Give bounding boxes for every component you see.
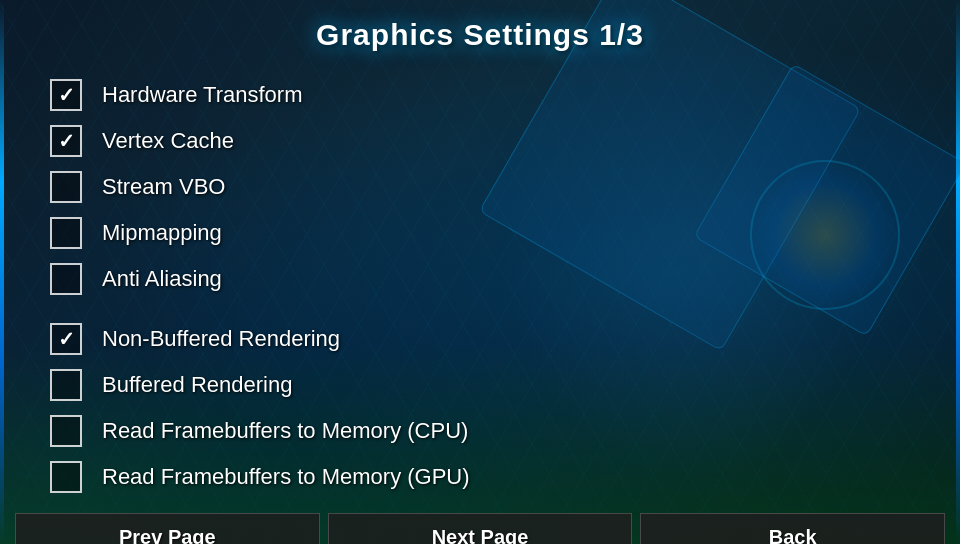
group-separator bbox=[50, 302, 930, 316]
bottom-bar: Prev Page Next Page Back bbox=[0, 505, 960, 544]
checkbox-hardware-transform[interactable] bbox=[50, 79, 82, 111]
label-mipmapping: Mipmapping bbox=[102, 220, 222, 246]
label-anti-aliasing: Anti Aliasing bbox=[102, 266, 222, 292]
setting-item-non-buffered-rendering[interactable]: Non-Buffered Rendering bbox=[50, 316, 930, 362]
label-non-buffered-rendering: Non-Buffered Rendering bbox=[102, 326, 340, 352]
label-read-framebuffers-gpu: Read Framebuffers to Memory (GPU) bbox=[102, 464, 470, 490]
prev-page-button[interactable]: Prev Page bbox=[15, 513, 320, 544]
checkbox-mipmapping[interactable] bbox=[50, 217, 82, 249]
setting-item-vertex-cache[interactable]: Vertex Cache bbox=[50, 118, 930, 164]
settings-list: Hardware TransformVertex CacheStream VBO… bbox=[0, 62, 960, 505]
checkbox-read-framebuffers-cpu[interactable] bbox=[50, 415, 82, 447]
label-read-framebuffers-cpu: Read Framebuffers to Memory (CPU) bbox=[102, 418, 468, 444]
checkbox-stream-vbo[interactable] bbox=[50, 171, 82, 203]
checkbox-read-framebuffers-gpu[interactable] bbox=[50, 461, 82, 493]
next-page-button[interactable]: Next Page bbox=[328, 513, 633, 544]
label-stream-vbo: Stream VBO bbox=[102, 174, 225, 200]
page-title: Graphics Settings 1/3 bbox=[316, 18, 644, 51]
back-button[interactable]: Back bbox=[640, 513, 945, 544]
setting-item-read-framebuffers-cpu[interactable]: Read Framebuffers to Memory (CPU) bbox=[50, 408, 930, 454]
label-vertex-cache: Vertex Cache bbox=[102, 128, 234, 154]
main-content: Graphics Settings 1/3 Hardware Transform… bbox=[0, 0, 960, 544]
checkbox-non-buffered-rendering[interactable] bbox=[50, 323, 82, 355]
setting-item-buffered-rendering[interactable]: Buffered Rendering bbox=[50, 362, 930, 408]
setting-group-1: Hardware TransformVertex CacheStream VBO… bbox=[50, 72, 930, 302]
setting-group-2: Non-Buffered RenderingBuffered Rendering… bbox=[50, 316, 930, 500]
title-bar: Graphics Settings 1/3 bbox=[0, 0, 960, 62]
setting-item-read-framebuffers-gpu[interactable]: Read Framebuffers to Memory (GPU) bbox=[50, 454, 930, 500]
setting-item-anti-aliasing[interactable]: Anti Aliasing bbox=[50, 256, 930, 302]
checkbox-buffered-rendering[interactable] bbox=[50, 369, 82, 401]
label-hardware-transform: Hardware Transform bbox=[102, 82, 303, 108]
label-buffered-rendering: Buffered Rendering bbox=[102, 372, 292, 398]
setting-item-hardware-transform[interactable]: Hardware Transform bbox=[50, 72, 930, 118]
checkbox-vertex-cache[interactable] bbox=[50, 125, 82, 157]
setting-item-mipmapping[interactable]: Mipmapping bbox=[50, 210, 930, 256]
checkbox-anti-aliasing[interactable] bbox=[50, 263, 82, 295]
setting-item-stream-vbo[interactable]: Stream VBO bbox=[50, 164, 930, 210]
